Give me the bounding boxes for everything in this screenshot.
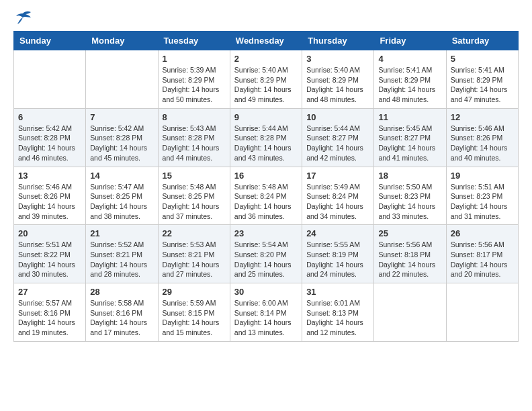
day-number: 29 <box>163 287 226 297</box>
day-info: Sunrise: 5:46 AM Sunset: 8:26 PM Dayligh… <box>18 182 81 222</box>
day-number: 31 <box>306 287 369 297</box>
calendar-empty-cell <box>86 50 158 109</box>
calendar-day-17: 17Sunrise: 5:49 AM Sunset: 8:24 PM Dayli… <box>302 167 374 225</box>
calendar-empty-cell <box>374 283 446 342</box>
calendar-day-19: 19Sunrise: 5:51 AM Sunset: 8:23 PM Dayli… <box>446 167 518 225</box>
day-info: Sunrise: 5:48 AM Sunset: 8:24 PM Dayligh… <box>234 182 298 222</box>
calendar-day-22: 22Sunrise: 5:53 AM Sunset: 8:21 PM Dayli… <box>158 225 230 283</box>
day-number: 24 <box>306 228 369 238</box>
day-info: Sunrise: 5:50 AM Sunset: 8:23 PM Dayligh… <box>378 182 441 222</box>
logo-bird-icon <box>13 11 32 26</box>
day-info: Sunrise: 5:41 AM Sunset: 8:29 PM Dayligh… <box>378 65 441 105</box>
calendar-day-15: 15Sunrise: 5:48 AM Sunset: 8:25 PM Dayli… <box>158 167 230 225</box>
day-info: Sunrise: 6:00 AM Sunset: 8:14 PM Dayligh… <box>234 298 298 338</box>
calendar-week-row: 6Sunrise: 5:42 AM Sunset: 8:28 PM Daylig… <box>14 108 519 167</box>
calendar-day-7: 7Sunrise: 5:42 AM Sunset: 8:28 PM Daylig… <box>86 108 158 167</box>
calendar-day-4: 4Sunrise: 5:41 AM Sunset: 8:29 PM Daylig… <box>374 50 446 109</box>
calendar-day-3: 3Sunrise: 5:40 AM Sunset: 8:29 PM Daylig… <box>302 50 374 109</box>
calendar-day-23: 23Sunrise: 5:54 AM Sunset: 8:20 PM Dayli… <box>230 225 302 283</box>
day-number: 14 <box>90 171 153 181</box>
day-number: 7 <box>90 112 153 122</box>
day-number: 3 <box>306 54 369 64</box>
day-info: Sunrise: 5:51 AM Sunset: 8:23 PM Dayligh… <box>451 182 514 222</box>
calendar-empty-cell <box>446 283 518 342</box>
day-info: Sunrise: 5:55 AM Sunset: 8:19 PM Dayligh… <box>306 240 369 279</box>
day-number: 18 <box>378 171 441 181</box>
weekday-header-sunday: Sunday <box>14 32 86 50</box>
calendar-day-11: 11Sunrise: 5:45 AM Sunset: 8:27 PM Dayli… <box>374 108 446 167</box>
day-info: Sunrise: 6:01 AM Sunset: 8:13 PM Dayligh… <box>306 298 369 338</box>
day-number: 12 <box>451 112 514 122</box>
day-number: 20 <box>18 228 81 238</box>
day-info: Sunrise: 5:52 AM Sunset: 8:21 PM Dayligh… <box>90 240 153 279</box>
weekday-header-tuesday: Tuesday <box>158 32 230 50</box>
calendar-day-9: 9Sunrise: 5:44 AM Sunset: 8:28 PM Daylig… <box>230 108 302 167</box>
day-info: Sunrise: 5:59 AM Sunset: 8:15 PM Dayligh… <box>163 298 226 338</box>
calendar-week-row: 13Sunrise: 5:46 AM Sunset: 8:26 PM Dayli… <box>14 167 519 225</box>
calendar-table: SundayMondayTuesdayWednesdayThursdayFrid… <box>13 31 519 342</box>
calendar-day-8: 8Sunrise: 5:43 AM Sunset: 8:28 PM Daylig… <box>158 108 230 167</box>
calendar-week-row: 20Sunrise: 5:51 AM Sunset: 8:22 PM Dayli… <box>14 225 519 283</box>
day-info: Sunrise: 5:51 AM Sunset: 8:22 PM Dayligh… <box>18 240 81 279</box>
day-number: 6 <box>18 112 81 122</box>
day-info: Sunrise: 5:58 AM Sunset: 8:16 PM Dayligh… <box>90 298 153 338</box>
calendar-empty-cell <box>14 50 86 109</box>
calendar-day-27: 27Sunrise: 5:57 AM Sunset: 8:16 PM Dayli… <box>14 283 86 342</box>
calendar-day-21: 21Sunrise: 5:52 AM Sunset: 8:21 PM Dayli… <box>86 225 158 283</box>
calendar-day-12: 12Sunrise: 5:46 AM Sunset: 8:26 PM Dayli… <box>446 108 518 167</box>
calendar-day-5: 5Sunrise: 5:41 AM Sunset: 8:29 PM Daylig… <box>446 50 518 109</box>
day-info: Sunrise: 5:47 AM Sunset: 8:25 PM Dayligh… <box>90 182 153 222</box>
day-number: 19 <box>451 171 514 181</box>
page-header <box>13 11 519 26</box>
weekday-header-monday: Monday <box>86 32 158 50</box>
weekday-header-thursday: Thursday <box>302 32 374 50</box>
weekday-header-wednesday: Wednesday <box>230 32 302 50</box>
logo <box>13 11 35 26</box>
day-number: 16 <box>234 171 298 181</box>
weekday-header-saturday: Saturday <box>446 32 518 50</box>
calendar-week-row: 27Sunrise: 5:57 AM Sunset: 8:16 PM Dayli… <box>14 283 519 342</box>
day-number: 1 <box>163 54 226 64</box>
day-info: Sunrise: 5:42 AM Sunset: 8:28 PM Dayligh… <box>18 124 81 163</box>
weekday-header-friday: Friday <box>374 32 446 50</box>
calendar-day-6: 6Sunrise: 5:42 AM Sunset: 8:28 PM Daylig… <box>14 108 86 167</box>
calendar-day-1: 1Sunrise: 5:39 AM Sunset: 8:29 PM Daylig… <box>158 50 230 109</box>
day-info: Sunrise: 5:42 AM Sunset: 8:28 PM Dayligh… <box>90 124 153 163</box>
day-info: Sunrise: 5:46 AM Sunset: 8:26 PM Dayligh… <box>451 124 514 163</box>
calendar-day-31: 31Sunrise: 6:01 AM Sunset: 8:13 PM Dayli… <box>302 283 374 342</box>
calendar-day-14: 14Sunrise: 5:47 AM Sunset: 8:25 PM Dayli… <box>86 167 158 225</box>
day-number: 30 <box>234 287 298 297</box>
day-number: 27 <box>18 287 81 297</box>
calendar-week-row: 1Sunrise: 5:39 AM Sunset: 8:29 PM Daylig… <box>14 50 519 109</box>
day-info: Sunrise: 5:56 AM Sunset: 8:17 PM Dayligh… <box>451 240 514 279</box>
day-info: Sunrise: 5:40 AM Sunset: 8:29 PM Dayligh… <box>306 65 369 105</box>
day-info: Sunrise: 5:43 AM Sunset: 8:28 PM Dayligh… <box>163 124 226 163</box>
day-number: 9 <box>234 112 298 122</box>
day-number: 23 <box>234 228 298 238</box>
day-info: Sunrise: 5:53 AM Sunset: 8:21 PM Dayligh… <box>163 240 226 279</box>
day-info: Sunrise: 5:57 AM Sunset: 8:16 PM Dayligh… <box>18 298 81 338</box>
calendar-day-10: 10Sunrise: 5:44 AM Sunset: 8:27 PM Dayli… <box>302 108 374 167</box>
calendar-day-13: 13Sunrise: 5:46 AM Sunset: 8:26 PM Dayli… <box>14 167 86 225</box>
day-info: Sunrise: 5:39 AM Sunset: 8:29 PM Dayligh… <box>163 65 226 105</box>
calendar-day-30: 30Sunrise: 6:00 AM Sunset: 8:14 PM Dayli… <box>230 283 302 342</box>
day-number: 8 <box>163 112 226 122</box>
day-info: Sunrise: 5:44 AM Sunset: 8:27 PM Dayligh… <box>306 124 369 163</box>
day-number: 25 <box>378 228 441 238</box>
day-info: Sunrise: 5:54 AM Sunset: 8:20 PM Dayligh… <box>234 240 298 279</box>
calendar-day-24: 24Sunrise: 5:55 AM Sunset: 8:19 PM Dayli… <box>302 225 374 283</box>
calendar-day-20: 20Sunrise: 5:51 AM Sunset: 8:22 PM Dayli… <box>14 225 86 283</box>
day-info: Sunrise: 5:56 AM Sunset: 8:18 PM Dayligh… <box>378 240 441 279</box>
calendar-day-28: 28Sunrise: 5:58 AM Sunset: 8:16 PM Dayli… <box>86 283 158 342</box>
calendar-day-16: 16Sunrise: 5:48 AM Sunset: 8:24 PM Dayli… <box>230 167 302 225</box>
day-number: 11 <box>378 112 441 122</box>
calendar-day-18: 18Sunrise: 5:50 AM Sunset: 8:23 PM Dayli… <box>374 167 446 225</box>
calendar-day-26: 26Sunrise: 5:56 AM Sunset: 8:17 PM Dayli… <box>446 225 518 283</box>
day-number: 26 <box>451 228 514 238</box>
calendar-header-row: SundayMondayTuesdayWednesdayThursdayFrid… <box>14 32 519 50</box>
day-number: 21 <box>90 228 153 238</box>
day-number: 22 <box>163 228 226 238</box>
day-info: Sunrise: 5:49 AM Sunset: 8:24 PM Dayligh… <box>306 182 369 222</box>
day-info: Sunrise: 5:45 AM Sunset: 8:27 PM Dayligh… <box>378 124 441 163</box>
day-number: 13 <box>18 171 81 181</box>
